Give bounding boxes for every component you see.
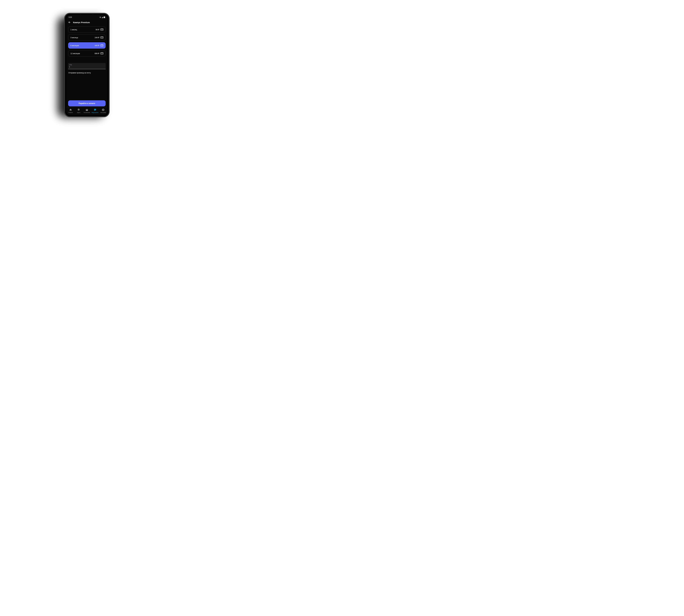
tab-icon-4 xyxy=(102,108,105,111)
content: 1 месяц 99 ₽ 3 месяца 249 ₽ 6 месяцев 44… xyxy=(66,26,108,99)
tab-label: Курсы xyxy=(77,112,80,113)
plan-label: 12 месяцев xyxy=(70,52,80,54)
status-time: 9:30 xyxy=(69,16,72,18)
signal-icon xyxy=(102,17,104,18)
status-bar: 9:30 xyxy=(66,15,108,20)
phone-frame: 9:30 Кампус Premium 1 месяц 99 ₽ 3 месяц… xyxy=(64,13,110,117)
plan-option-3[interactable]: 12 месяцев 699 ₽ xyxy=(68,50,106,57)
plan-label: 6 месяцев xyxy=(70,44,79,47)
promo-label: Код xyxy=(69,64,104,65)
plan-label: 1 месяц xyxy=(70,29,77,31)
card-icon xyxy=(100,44,103,47)
page-title: Кампус Premium xyxy=(73,21,90,24)
pay-button[interactable]: Перейти к оплате xyxy=(68,100,106,106)
tab-подслушано[interactable]: Подслушано xyxy=(91,108,99,113)
battery-icon xyxy=(104,17,105,18)
tab-icon-1 xyxy=(77,108,80,111)
svg-rect-4 xyxy=(101,44,103,46)
card-icon xyxy=(100,37,103,39)
plan-price: 449 ₽ xyxy=(95,44,99,47)
plan-option-1[interactable]: 3 месяца 249 ₽ xyxy=(68,35,106,41)
tab-расписание[interactable]: Расписание xyxy=(83,108,91,113)
plan-price: 699 ₽ xyxy=(95,52,99,54)
screen: 9:30 Кампус Premium 1 месяц 99 ₽ 3 месяц… xyxy=(66,15,108,115)
plan-option-2[interactable]: 6 месяцев 449 ₽ xyxy=(68,42,106,49)
card-icon xyxy=(100,52,103,54)
tab-bar: ГлавнаяКурсыРасписаниеПодслушаноНастройк… xyxy=(66,107,108,115)
footer: Перейти к оплате xyxy=(66,99,108,107)
promo-code-field[interactable]: Код xyxy=(68,63,106,69)
tab-icon-2 xyxy=(86,108,88,111)
svg-rect-0 xyxy=(101,29,103,30)
promo-input[interactable] xyxy=(70,66,104,68)
svg-rect-11 xyxy=(87,109,88,109)
tab-label: Подслушано xyxy=(92,112,98,113)
tab-label: Расписание xyxy=(84,112,90,113)
tab-icon-0 xyxy=(69,108,72,111)
svg-rect-2 xyxy=(101,37,103,38)
status-icons xyxy=(99,17,105,18)
tab-label: Главная xyxy=(68,112,73,113)
tab-курсы[interactable]: Курсы xyxy=(75,108,83,113)
app-header: Кампус Premium xyxy=(66,20,108,26)
card-icon xyxy=(100,28,103,31)
svg-rect-10 xyxy=(86,109,87,109)
tab-главная[interactable]: Главная xyxy=(67,108,75,113)
plan-label: 3 месяца xyxy=(70,37,78,39)
plan-option-0[interactable]: 1 месяц 99 ₽ xyxy=(68,26,106,33)
svg-rect-12 xyxy=(94,109,95,110)
svg-rect-9 xyxy=(86,109,88,109)
svg-rect-6 xyxy=(101,52,103,54)
back-icon[interactable] xyxy=(68,21,71,24)
wifi-icon xyxy=(99,17,101,18)
plan-price: 99 ₽ xyxy=(96,29,99,31)
tab-label: Настройки xyxy=(100,112,106,113)
tab-настройки[interactable]: Настройки xyxy=(99,108,107,113)
plan-price: 249 ₽ xyxy=(95,37,99,39)
tab-icon-3 xyxy=(94,108,96,111)
promo-link[interactable]: Отправим промокод на почту xyxy=(68,72,106,74)
